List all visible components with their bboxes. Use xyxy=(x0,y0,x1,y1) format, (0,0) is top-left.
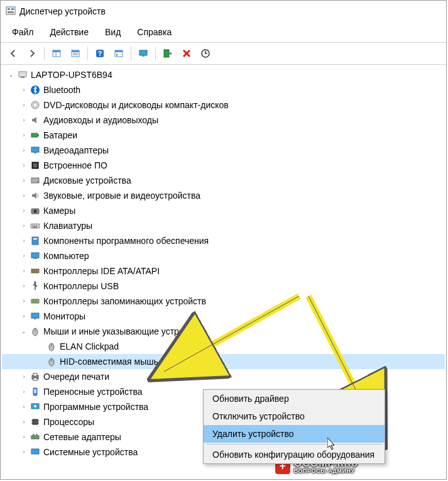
svg-rect-17 xyxy=(139,50,147,55)
toolbar-sep xyxy=(131,47,131,60)
chevron-right-icon[interactable]: › xyxy=(19,402,28,411)
svg-rect-2 xyxy=(11,8,14,10)
svg-rect-65 xyxy=(34,389,36,393)
battery-icon xyxy=(30,130,41,141)
category-label: Мониторы xyxy=(43,311,85,321)
category-label: Камеры xyxy=(43,206,75,216)
chevron-right-icon[interactable]: › xyxy=(19,161,28,170)
category-label: Звуковые, игровые и видеоустройства xyxy=(43,191,200,201)
category-label: DVD-дисководы и дисководы компакт-дисков xyxy=(43,100,229,110)
tree-category[interactable]: ›Дисковые устройства xyxy=(2,173,445,188)
svg-rect-5 xyxy=(53,50,60,52)
tree-category[interactable]: ›Контроллеры USB xyxy=(2,279,445,294)
computer-icon xyxy=(30,250,41,262)
category-label: Компьютер xyxy=(43,251,89,261)
show-hide-button[interactable] xyxy=(48,45,65,62)
tree-root-label: LAPTOP-UPST6B94 xyxy=(31,70,112,80)
details-button[interactable] xyxy=(110,45,128,62)
tree-category[interactable]: ›Мониторы xyxy=(2,309,445,324)
toolbar-sep xyxy=(44,47,45,60)
tree-category[interactable]: ›Звуковые, игровые и видеоустройства xyxy=(2,188,445,203)
svg-point-35 xyxy=(34,210,37,213)
tree-category[interactable]: ›Bluetooth xyxy=(2,82,445,97)
svg-rect-74 xyxy=(33,434,35,436)
menu-help[interactable]: Справка xyxy=(129,25,179,40)
svg-rect-31 xyxy=(33,163,37,167)
tree-root[interactable]: ⌄ LAPTOP-UPST6B94 xyxy=(2,67,445,82)
category-label: Очереди печати xyxy=(43,372,109,382)
tree-device-elan[interactable]: ELAN Clickpad xyxy=(2,339,445,354)
monitor-button[interactable] xyxy=(134,45,152,62)
printer-icon xyxy=(30,371,41,382)
svg-rect-37 xyxy=(32,225,33,226)
tree-category[interactable]: ›Компоненты программного обеспечения xyxy=(2,233,445,248)
chevron-right-icon[interactable]: › xyxy=(19,206,28,215)
chevron-right-icon[interactable]: › xyxy=(19,101,28,109)
tree-category[interactable]: ›Очереди печати xyxy=(2,369,445,384)
network-icon xyxy=(30,431,41,443)
help-button[interactable]: ? xyxy=(91,45,109,62)
category-label: Видеоадаптеры xyxy=(43,145,109,155)
tree-category-mice[interactable]: ⌄Мыши и иные указывающие устройства xyxy=(2,324,445,339)
software-icon xyxy=(30,235,41,246)
install-button[interactable] xyxy=(159,45,177,62)
tree-category[interactable]: ›Клавиатуры xyxy=(2,218,445,233)
chevron-right-icon[interactable]: › xyxy=(19,236,28,245)
forward-button[interactable] xyxy=(23,45,41,62)
chevron-right-icon[interactable]: › xyxy=(19,297,28,306)
chevron-right-icon[interactable]: › xyxy=(19,191,28,200)
chevron-right-icon[interactable]: › xyxy=(19,372,28,381)
category-label: Клавиатуры xyxy=(43,221,92,231)
svg-text:?: ? xyxy=(98,50,102,57)
chevron-right-icon[interactable]: › xyxy=(19,433,28,441)
remove-button[interactable] xyxy=(178,45,195,62)
display-icon xyxy=(30,145,41,156)
svg-point-25 xyxy=(34,104,36,106)
chevron-right-icon[interactable]: › xyxy=(19,282,28,290)
chevron-right-icon[interactable]: › xyxy=(19,448,28,456)
scan-button[interactable] xyxy=(197,45,214,62)
computer-icon xyxy=(17,69,28,80)
dvd-icon xyxy=(30,99,41,111)
tree-category[interactable]: ›Видеоадаптеры xyxy=(2,143,445,158)
tree-category[interactable]: ›Компьютер xyxy=(2,248,445,263)
svg-rect-38 xyxy=(34,225,35,226)
chevron-right-icon[interactable]: › xyxy=(19,146,28,155)
chevron-right-icon[interactable]: › xyxy=(19,252,28,260)
chevron-right-icon[interactable]: › xyxy=(19,116,28,124)
svg-point-16 xyxy=(116,55,117,56)
svg-rect-41 xyxy=(32,237,38,245)
tree-category[interactable]: ›DVD-дисководы и дисководы компакт-диско… xyxy=(2,97,445,113)
chevron-right-icon[interactable]: › xyxy=(19,86,28,94)
chevron-right-icon[interactable]: › xyxy=(19,312,28,321)
category-label: Контроллеры IDE ATA/ATAPI xyxy=(43,266,160,276)
chevron-right-icon[interactable]: › xyxy=(19,417,28,426)
menu-view[interactable]: Вид xyxy=(97,25,128,40)
tree-device-hid-mouse[interactable]: HID-совместимая мышь xyxy=(2,354,445,369)
menu-action[interactable]: Действие xyxy=(42,25,96,40)
ctx-scan-hardware[interactable]: Обновить конфигурацию оборудования xyxy=(204,446,385,463)
ctx-update-driver[interactable]: Обновить драйвер xyxy=(204,390,385,407)
menu-file[interactable]: Файл xyxy=(4,25,41,40)
chevron-right-icon[interactable]: › xyxy=(19,221,28,230)
tree-category[interactable]: ›Встроенное ПО xyxy=(2,158,445,173)
cpu-icon xyxy=(30,416,41,428)
tree-category[interactable]: ›Контроллеры запоминающих устройств xyxy=(2,294,445,309)
back-button[interactable] xyxy=(4,45,22,62)
properties-button[interactable] xyxy=(67,45,84,62)
keyboard-icon xyxy=(30,220,41,231)
chevron-right-icon[interactable]: › xyxy=(19,176,28,185)
svg-point-67 xyxy=(34,405,36,407)
tree-category[interactable]: ›Аудиовходы и аудиовыходы xyxy=(2,113,445,128)
chevron-down-icon[interactable]: ⌄ xyxy=(19,327,28,336)
chevron-down-icon[interactable]: ⌄ xyxy=(7,70,16,79)
ctx-disable-device[interactable]: Отключить устройство xyxy=(204,407,385,425)
chevron-right-icon[interactable]: › xyxy=(19,131,28,140)
tree-category[interactable]: ›Камеры xyxy=(2,203,445,218)
tree-category[interactable]: ›Контроллеры IDE ATA/ATAPI xyxy=(2,263,445,279)
toolbar: ? xyxy=(1,43,446,65)
chevron-right-icon[interactable]: › xyxy=(19,267,28,275)
tree-category[interactable]: ›Батареи xyxy=(2,128,445,143)
chevron-right-icon[interactable]: › xyxy=(19,387,28,396)
ctx-uninstall-device[interactable]: Удалить устройство xyxy=(204,425,385,443)
